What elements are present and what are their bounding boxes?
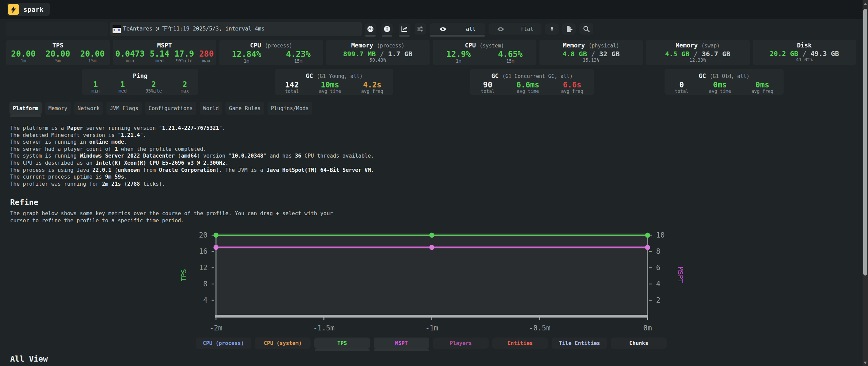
- x-axis-tick-label: -1m: [426, 324, 438, 332]
- x-axis-tick-label: 0m: [643, 324, 652, 332]
- stat-value: 142: [285, 81, 299, 89]
- stat-value: 1: [92, 80, 100, 88]
- legend-button-mspt[interactable]: MSPT: [374, 338, 429, 349]
- tab-network[interactable]: Network: [74, 102, 103, 115]
- stat-title: CPU (process): [219, 42, 323, 49]
- legend-button-entities[interactable]: Entities: [492, 338, 548, 349]
- search-button[interactable]: [579, 23, 593, 35]
- stat-value-label: 15m: [286, 59, 311, 64]
- stat-widget-cpu-process-: CPU (process)12.84%1m4.23%15m: [219, 40, 323, 65]
- view-toggle-flat[interactable]: flat: [489, 23, 541, 35]
- stat-value: 90: [481, 81, 495, 89]
- chart-button[interactable]: [399, 23, 410, 35]
- flame-button[interactable]: [545, 23, 559, 35]
- stat-usage: 4.8 GB / 32 GB: [539, 50, 643, 58]
- stat-value: 0ms: [751, 81, 773, 89]
- metrics-chart[interactable]: 48121620246810-2m-1.5m-1m-0.5m0mTPSMSPT: [0, 222, 868, 336]
- stat-value-label: med: [118, 88, 126, 94]
- stat-value-label: 15m: [80, 58, 104, 63]
- right-axis-tick-label: 4: [656, 280, 660, 288]
- legend-label: Players: [450, 340, 472, 346]
- gauge-icon: [367, 25, 374, 33]
- stat-value: 17.9: [174, 50, 194, 58]
- tab-plugins-mods[interactable]: Plugins/Mods: [268, 102, 312, 115]
- platform-info-line: The process is using Java 22.0.1 (unknow…: [10, 167, 374, 174]
- tab-label: Platform: [13, 105, 38, 111]
- stat-title: MSPT: [113, 42, 217, 49]
- legend-button-players[interactable]: Players: [433, 338, 489, 349]
- stat-title: Memory (swap): [646, 42, 750, 49]
- legend-button-tile-entities[interactable]: Tile Entities: [552, 338, 607, 349]
- tab-game-rules[interactable]: Game Rules: [225, 102, 264, 115]
- spark-logo[interactable]: spark: [7, 3, 50, 16]
- legend-button-chunks[interactable]: Chunks: [611, 338, 667, 349]
- scrollbar-down-arrow[interactable]: [864, 362, 867, 364]
- series-point-tps: [645, 233, 650, 238]
- tab-label: JVM Flags: [110, 105, 138, 111]
- view-toggle-all[interactable]: all: [430, 23, 485, 35]
- platform-info-line: The current process uptime is 9m 59s.: [10, 174, 374, 181]
- series-point-mspt: [214, 245, 219, 250]
- stat-value-label: avg time: [709, 89, 731, 94]
- stat-value: 4.2s: [361, 81, 383, 89]
- series-point-tps: [429, 233, 434, 238]
- platform-info-line: The platform is a Paper server running v…: [10, 125, 374, 132]
- flame-icon: [549, 25, 555, 33]
- session-info-bar: TeAntares @ 下午11:19 2025/5/3, interval 4…: [110, 22, 362, 36]
- left-axis-tick-label: 8: [203, 280, 208, 288]
- left-axis-tick-label: 20: [199, 231, 208, 239]
- left-axis-tick-label: 12: [199, 264, 208, 272]
- tab-label: Network: [78, 105, 100, 111]
- legend-label: TPS: [337, 340, 347, 346]
- scrollbar[interactable]: [863, 0, 868, 366]
- stat-value-label: 95%ile: [145, 88, 162, 94]
- tab-memory[interactable]: Memory: [45, 102, 71, 115]
- search-icon: [583, 25, 590, 33]
- stat-percent: 41.02%: [753, 57, 856, 62]
- stat-title: CPU (system): [433, 42, 536, 49]
- tab-label: Configurations: [149, 105, 193, 111]
- eye-icon: [497, 26, 505, 33]
- gauge-button[interactable]: [365, 23, 376, 35]
- scrollbar-thumb[interactable]: [863, 9, 867, 276]
- stat-percent: 12.33%: [646, 58, 750, 63]
- platform-info-line: The server had a player count of 1 when …: [10, 146, 374, 153]
- legend-button-tps[interactable]: TPS: [314, 338, 370, 349]
- stat-value-label: min: [115, 58, 145, 63]
- stat-value: 2: [181, 80, 189, 88]
- platform-info-line: The server is running in online mode.: [10, 139, 374, 146]
- stat-title: TPS: [6, 42, 110, 49]
- stat-title: Memory (process): [326, 42, 430, 49]
- stat-usage: 20.2 GB / 49.3 GB: [753, 50, 856, 57]
- stat-widget-ping: Ping1min1med295%ile2max: [82, 69, 198, 95]
- stat-percent: 50.43%: [326, 58, 430, 63]
- stat-widget-cpu-system-: CPU (system)12.9%1m4.65%15m: [433, 40, 536, 65]
- right-axis-tick-label: 10: [656, 231, 665, 239]
- info-button[interactable]: [381, 23, 393, 35]
- stat-value-label: total: [285, 89, 299, 94]
- tab-jvm-flags[interactable]: JVM Flags: [106, 102, 142, 115]
- infobar-spacer-panel: [6, 22, 108, 36]
- stat-value: 12.9%: [446, 50, 471, 59]
- stat-value-label: max: [199, 58, 214, 63]
- stat-widget-memory-swap-: Memory (swap)4.5 GB / 36.7 GB12.33%: [646, 40, 750, 65]
- legend-button-cpu-process-[interactable]: CPU (process): [196, 338, 251, 349]
- stat-value: 0.0473: [115, 50, 145, 58]
- sliders-button[interactable]: [415, 23, 426, 35]
- tab-platform[interactable]: Platform: [9, 102, 42, 115]
- left-axis-title: TPS: [180, 269, 188, 281]
- stat-value-label: 1m: [446, 59, 471, 64]
- stat-value: 1: [118, 80, 126, 88]
- x-axis-tick-label: -0.5m: [529, 324, 550, 332]
- tab-world[interactable]: World: [200, 102, 222, 115]
- scrollbar-up-arrow[interactable]: [864, 3, 867, 5]
- stat-title: GC (G1 Young, all): [275, 73, 393, 80]
- chart-icon: [401, 25, 408, 33]
- file-export-button[interactable]: [562, 23, 576, 35]
- tab-configurations[interactable]: Configurations: [145, 102, 196, 115]
- session-title: TeAntares @ 下午11:19 2025/5/3, interval 4…: [123, 25, 264, 33]
- legend-button-cpu-system-[interactable]: CPU (system): [255, 338, 311, 349]
- stat-value: 12.84%: [232, 50, 261, 59]
- legend-label: CPU (process): [203, 340, 244, 346]
- stat-value-label: avg freq: [361, 89, 383, 94]
